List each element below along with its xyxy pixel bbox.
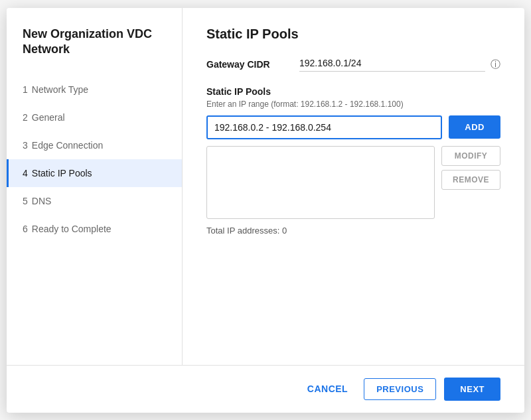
ip-input-row: ADD bbox=[206, 115, 500, 139]
gateway-cidr-value: 192.168.0.1/24 bbox=[299, 58, 485, 72]
gateway-cidr-label: Gateway CIDR bbox=[206, 59, 299, 70]
ip-range-input[interactable] bbox=[206, 115, 442, 139]
sidebar-item-network-type[interactable]: 1 Network Type bbox=[7, 76, 182, 104]
add-button[interactable]: ADD bbox=[449, 115, 500, 139]
page-title: Static IP Pools bbox=[206, 27, 500, 42]
next-button[interactable]: NEXT bbox=[444, 378, 500, 401]
sidebar-item-label-dns: DNS bbox=[32, 196, 52, 206]
total-ip-label: Total IP addresses: 0 bbox=[206, 226, 500, 236]
sidebar-title: New Organization VDC Network bbox=[7, 27, 182, 76]
dialog: New Organization VDC Network 1 Network T… bbox=[7, 8, 524, 413]
pools-list bbox=[206, 146, 435, 219]
sidebar-item-general[interactable]: 2 General bbox=[7, 104, 182, 131]
step-num-1: 1 bbox=[23, 84, 28, 95]
sidebar-item-label-edge-connection: Edge Connection bbox=[32, 140, 103, 151]
cancel-button[interactable]: CANCEL bbox=[299, 378, 356, 399]
gateway-cidr-row: Gateway CIDR 192.168.0.1/24 ⓘ bbox=[206, 58, 500, 72]
sidebar-item-edge-connection[interactable]: 3 Edge Connection bbox=[7, 131, 182, 159]
remove-button[interactable]: REMOVE bbox=[441, 170, 500, 190]
pools-area-row: MODIFY REMOVE bbox=[206, 146, 500, 219]
previous-button[interactable]: PREVIOUS bbox=[364, 378, 436, 400]
info-icon[interactable]: ⓘ bbox=[491, 58, 500, 71]
sidebar-item-static-pools[interactable]: 4 Static IP Pools bbox=[7, 159, 182, 187]
step-num-5: 5 bbox=[23, 196, 28, 206]
step-num-4: 4 bbox=[23, 168, 28, 178]
sidebar-item-label-ready: Ready to Complete bbox=[32, 224, 112, 234]
sidebar-item-ready[interactable]: 6 Ready to Complete bbox=[7, 215, 182, 243]
sidebar-item-dns[interactable]: 5 DNS bbox=[7, 187, 182, 215]
sidebar: New Organization VDC Network 1 Network T… bbox=[7, 8, 183, 365]
dialog-body: New Organization VDC Network 1 Network T… bbox=[7, 8, 524, 365]
sidebar-item-label-network-type: Network Type bbox=[32, 84, 88, 95]
step-num-2: 2 bbox=[23, 112, 28, 123]
main-content: Static IP Pools Gateway CIDR 192.168.0.1… bbox=[183, 8, 524, 365]
dialog-footer: CANCEL PREVIOUS NEXT bbox=[7, 365, 524, 413]
step-num-6: 6 bbox=[23, 224, 28, 234]
step-num-3: 3 bbox=[23, 140, 28, 151]
modify-button[interactable]: MODIFY bbox=[441, 146, 500, 166]
ip-range-hint: Enter an IP range (format: 192.168.1.2 -… bbox=[206, 100, 500, 109]
sidebar-item-label-static-pools: Static IP Pools bbox=[32, 168, 92, 178]
static-pools-label: Static IP Pools bbox=[206, 86, 500, 97]
side-buttons: MODIFY REMOVE bbox=[441, 146, 500, 219]
sidebar-item-label-general: General bbox=[32, 112, 65, 123]
